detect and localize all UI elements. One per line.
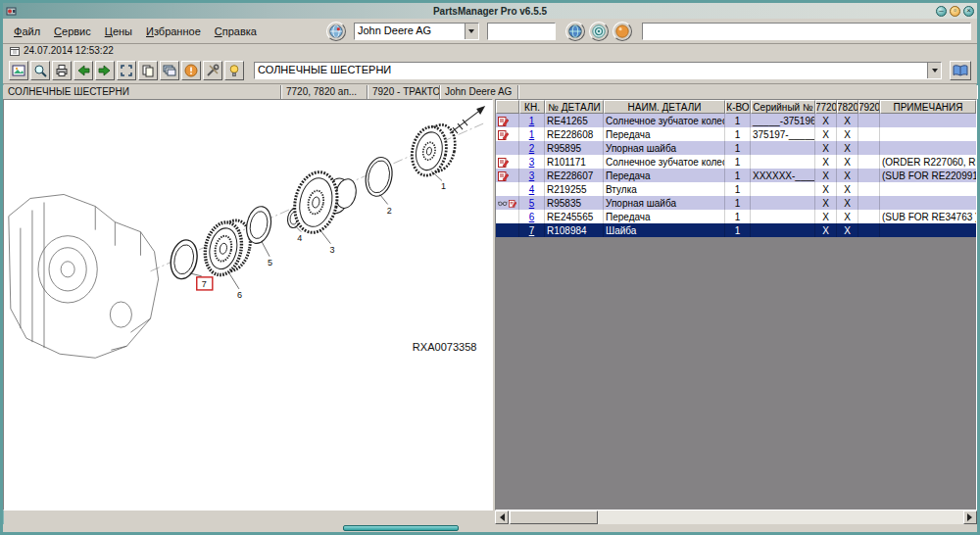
header-qty[interactable]: К-ВО [725,100,751,114]
menu-item[interactable]: Файл [7,24,47,39]
fit-screen-icon [120,64,133,77]
scroll-right-button[interactable] [963,511,977,524]
qty-cell: 1 [725,210,751,223]
alert-orange-button[interactable] [612,22,632,41]
part-name-cell: Передача [604,127,725,141]
menu-item[interactable]: Избранное [139,24,208,39]
model-path-input[interactable] [642,23,971,40]
part-name-cell: Упорная шайба [604,141,725,155]
exploded-diagram: 1 2 3 4 5 6 7 RXA0073358 [4,100,492,510]
kn-link[interactable]: 1 [529,116,535,126]
kn-link[interactable]: 3 [529,157,535,168]
callout-7[interactable]: 7 [202,279,207,289]
kn-link[interactable]: 3 [529,170,535,181]
forward-button[interactable] [95,61,115,80]
chevron-down-icon [468,29,474,36]
table-row[interactable]: 3RE228607Передача1XXXXXX-_____XX(SUB FOR… [496,169,976,182]
m7720-cell: X [815,141,837,155]
minimize-button[interactable]: – [936,6,947,17]
header-serial[interactable]: Серийный № [751,100,815,114]
table-row[interactable]: 1RE228608Передача1375197-_____XX [496,127,976,141]
header-7720[interactable]: 7720 [815,100,837,114]
table-row[interactable]: 7R108984Шайба1XX [496,223,976,237]
callout-4[interactable]: 4 [297,233,302,243]
tools-button[interactable] [203,61,222,80]
status-progress [343,525,459,531]
forward-arrow-icon [98,64,112,77]
serial-cell: XXXXXX-_____ [751,169,815,182]
callout-2[interactable]: 2 [387,206,392,216]
menu-item[interactable]: Справка [208,24,264,39]
menu-item[interactable]: Сервис [47,24,98,39]
note-icon [498,157,509,168]
maximize-button[interactable]: ▫ [950,6,960,17]
header-icons [496,100,519,114]
header-notes[interactable]: ПРИМЕЧАНИЯ [880,100,976,114]
brand-combobox-arrow[interactable] [465,24,478,39]
table-row[interactable]: 6RE245565Передача1XX(SUB FOR RE34763 ) (… [496,210,976,223]
qty-cell: 1 [725,182,751,196]
section-combobox-arrow[interactable] [927,63,941,78]
qty-cell: 1 [725,127,751,141]
menu-item[interactable]: Цены [98,24,139,39]
kn-link[interactable]: 6 [529,212,535,222]
table-row[interactable]: 4R219255Втулка1XX [496,182,976,196]
figure-number: RXA0073358 [413,341,477,353]
housing-sketch [9,194,159,358]
header-7920[interactable]: 7920 [858,100,880,114]
quick-search-input[interactable] [487,23,556,40]
stack-button[interactable] [160,61,179,80]
row-icons [496,155,519,169]
table-row[interactable]: 1RE41265Солнечное зубчатое колесо1_____-… [496,114,976,127]
callout-1[interactable]: 1 [441,181,446,191]
table-row[interactable]: 3R101171Солнечное зубчатое колесо1XX(ORD… [496,155,976,169]
world-button[interactable] [565,22,585,41]
qty-cell: 1 [725,223,751,237]
m7820-cell: X [837,223,858,237]
globe-nav-button[interactable] [326,22,346,41]
shaft-arrow [450,106,485,133]
image-button[interactable] [9,61,28,80]
bulb-button[interactable] [224,61,244,80]
callout-5[interactable]: 5 [268,258,272,268]
m7920-cell [858,127,880,141]
m7920-cell [858,155,880,169]
table-row[interactable]: 5R95835Упорная шайба1XX [496,196,976,210]
scroll-left-button[interactable] [495,511,509,524]
part-number-cell: R219255 [545,182,604,196]
app-window: PartsManager Pro v6.5.5 – ▫ × ФайлСервис… [0,0,980,535]
bulb-icon [227,64,241,77]
magnifier-button[interactable] [30,61,50,80]
copy-button[interactable] [138,61,158,80]
serial-cell [751,223,815,237]
kn-link[interactable]: 4 [529,184,535,195]
main-area: 1 2 3 4 5 6 7 RXA0073358 [3,99,977,511]
rings-icon [592,24,606,38]
rings-button[interactable] [589,22,609,41]
part-5-washer [243,204,274,245]
back-button[interactable] [74,61,93,80]
printer-button[interactable] [52,61,72,80]
section-combobox[interactable]: СОЛНЕЧНЫЕ ШЕСТЕРНИ [254,62,942,79]
serial-cell [751,196,815,210]
scroll-thumb[interactable] [510,511,598,524]
kn-link[interactable]: 1 [529,129,535,140]
kn-link[interactable]: 5 [529,198,535,209]
part-3-gear [289,169,359,240]
header-7820[interactable]: 7820 [837,100,858,114]
header-name[interactable]: НАИМ. ДЕТАЛИ [604,100,725,114]
kn-link[interactable]: 2 [529,143,535,154]
header-part[interactable]: № ДЕТАЛИ [545,100,604,114]
callout-3[interactable]: 3 [329,245,334,255]
close-button[interactable]: × [963,6,974,17]
part-name-cell: Передача [604,210,725,223]
kn-link[interactable]: 7 [529,225,535,236]
open-book-button[interactable] [950,61,971,80]
alert-button[interactable] [181,61,201,80]
fit-screen-button[interactable] [117,61,136,80]
callout-6[interactable]: 6 [237,290,242,300]
table-row[interactable]: 2R95895Упорная шайба1XX [496,141,976,155]
brand-combobox[interactable]: John Deere AG [354,23,479,40]
header-kn[interactable]: КН. [519,100,545,114]
m7920-cell [858,182,880,196]
